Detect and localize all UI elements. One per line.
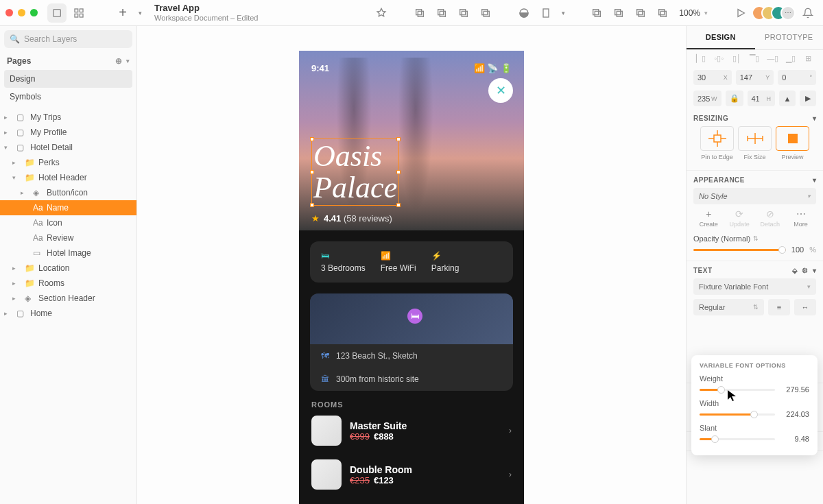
layer-row[interactable]: ▸📁Perks	[0, 155, 136, 170]
landmark-icon: 🏛	[321, 374, 329, 384]
panel-layout-list-button[interactable]	[47, 3, 67, 23]
page-item[interactable]: Design	[4, 70, 132, 88]
update-style-button[interactable]: ⟳Update	[724, 208, 755, 228]
layer-row[interactable]: ▾📁Hotel Header	[0, 170, 136, 185]
h-input[interactable]: 41H	[748, 91, 776, 106]
tab-design[interactable]: DESIGN	[687, 26, 755, 49]
collaborator-avatars[interactable]: ⋯	[757, 5, 796, 21]
zoom-control[interactable]: 100% ▾	[679, 8, 708, 18]
letter-spacing-button[interactable]: ↔	[794, 299, 816, 315]
opacity-slider[interactable]	[693, 249, 786, 251]
gear-icon[interactable]: ⚙	[802, 267, 809, 274]
svg-rect-4	[80, 14, 83, 17]
close-window-icon[interactable]	[5, 9, 13, 16]
text-settings-icon[interactable]: ⬙	[792, 267, 798, 274]
flip-h-icon[interactable]: ▲	[779, 91, 796, 106]
map-preview: 🛏	[310, 293, 513, 344]
create-style-button[interactable]: +Create	[693, 208, 724, 228]
room-row[interactable]: Double Room€235€123›	[299, 453, 524, 496]
svg-rect-11	[482, 9, 488, 14]
lock-aspect-icon[interactable]: 🔒	[726, 91, 743, 106]
notifications-icon[interactable]	[798, 3, 818, 23]
group-tool-2-icon[interactable]	[432, 3, 451, 23]
group-tool-icon[interactable]	[410, 3, 429, 23]
add-page-icon[interactable]: ⊕	[115, 56, 122, 66]
resize-fix-button[interactable]: Fix Size	[738, 126, 772, 160]
layer-tool-2-icon[interactable]	[609, 3, 628, 23]
align-center-h-icon[interactable]: ◦▯◦	[711, 54, 726, 63]
svg-rect-14	[543, 9, 549, 17]
layer-tool-4-icon[interactable]	[653, 3, 672, 23]
layer-row[interactable]: AaReview	[0, 230, 136, 245]
x-input[interactable]: 30X	[693, 70, 732, 85]
layer-tool-3-icon[interactable]	[631, 3, 650, 23]
tab-prototype[interactable]: PROTOTYPE	[755, 26, 824, 49]
layer-row[interactable]: ▸▢Home	[0, 306, 136, 321]
vf-slider[interactable]	[700, 389, 775, 391]
search-placeholder: Search Layers	[24, 34, 77, 44]
detach-style-button[interactable]: ⊘Detach	[755, 208, 786, 228]
resize-preview-button[interactable]: Preview	[776, 126, 809, 160]
search-layers-input[interactable]: 🔍 Search Layers	[4, 30, 132, 48]
align-top-icon[interactable]: ▔▯	[747, 54, 762, 63]
close-button[interactable]: ✕	[488, 78, 513, 103]
perks-card: 🛏3 Bedrooms📶Free WiFi⚡Parking	[310, 241, 513, 283]
layer-row[interactable]: ▸📁Rooms	[0, 276, 136, 291]
layer-row[interactable]: ▸◈Button/icon	[0, 185, 136, 200]
crop-dropdown-icon[interactable]: ▾	[558, 3, 568, 23]
svg-rect-15	[593, 9, 599, 14]
inspector-panel: DESIGN PROTOTYPE ▏▯ ◦▯◦ ▯│ ▔▯ —▯ ▁▯ ⊞ 30…	[686, 26, 823, 504]
y-input[interactable]: 147Y	[736, 70, 774, 85]
layer-row[interactable]: AaIcon	[0, 215, 136, 230]
align-bottom-icon[interactable]: ▁▯	[783, 54, 798, 63]
minimize-window-icon[interactable]	[18, 9, 25, 16]
opacity-value: 100	[791, 245, 804, 254]
canvas[interactable]: 9:41 📶 📡 🔋 ✕ OasisPalace ★	[137, 26, 686, 504]
chevron-down-icon[interactable]: ▾	[813, 267, 817, 274]
layer-row[interactable]: ▸▢My Profile	[0, 125, 136, 140]
panel-layout-grid-button[interactable]	[69, 3, 88, 23]
resize-pin-button[interactable]: Pin to Edge	[700, 126, 734, 160]
maximize-window-icon[interactable]	[30, 9, 38, 16]
layer-row[interactable]: ▸▢My Trips	[0, 110, 136, 125]
play-preview-button[interactable]	[731, 3, 750, 23]
vf-slider[interactable]	[700, 413, 775, 416]
insert-button[interactable]: +	[113, 3, 132, 23]
font-weight-select[interactable]: Regular⇅	[693, 299, 764, 315]
align-middle-icon[interactable]: —▯	[765, 54, 780, 63]
chevron-down-icon[interactable]: ▾	[126, 58, 130, 64]
font-family-select[interactable]: Fixture Variable Font▾	[693, 278, 816, 295]
crop-tool-icon[interactable]	[536, 3, 556, 23]
layer-row[interactable]: AaName	[0, 200, 136, 215]
distribute-icon[interactable]: ⊞	[801, 54, 816, 63]
mask-tool-icon[interactable]	[514, 3, 534, 23]
room-row[interactable]: Master Suite€999€888›	[299, 409, 524, 453]
flip-v-icon[interactable]: ▶	[800, 91, 816, 106]
layer-row[interactable]: ▭Hotel Image	[0, 245, 136, 261]
align-v-icon[interactable]: ▯│	[729, 54, 744, 63]
svg-rect-2	[80, 9, 83, 12]
style-select[interactable]: No Style▾	[693, 188, 816, 204]
left-panel: 🔍 Search Layers Pages ⊕ ▾ DesignSymbols …	[0, 26, 137, 504]
opacity-dropdown-icon[interactable]: ⇅	[753, 235, 759, 242]
layer-tool-1-icon[interactable]	[587, 3, 606, 23]
insert-dropdown[interactable]: ▾	[135, 3, 145, 23]
page-item[interactable]: Symbols	[0, 88, 136, 106]
group-tool-4-icon[interactable]	[476, 3, 495, 23]
more-style-button[interactable]: ⋯More	[785, 208, 816, 228]
align-left-icon[interactable]: ▏▯	[693, 54, 708, 63]
chevron-down-icon[interactable]: ▾	[813, 115, 817, 122]
avatar-more: ⋯	[780, 5, 796, 21]
layer-row[interactable]: ▸📁Location	[0, 261, 136, 276]
selected-text-layer[interactable]: OasisPalace	[311, 139, 399, 206]
line-height-button[interactable]: ≡	[768, 299, 790, 315]
layer-row[interactable]: ▸◈Section Header	[0, 291, 136, 306]
w-input[interactable]: 235W	[693, 91, 721, 106]
group-tool-3-icon[interactable]	[454, 3, 473, 23]
layer-tree: ▸▢My Trips▸▢My Profile▾▢Hotel Detail▸📁Pe…	[0, 106, 136, 504]
chevron-down-icon[interactable]: ▾	[813, 176, 817, 184]
vf-slider[interactable]	[700, 438, 775, 440]
layer-row[interactable]: ▾▢Hotel Detail	[0, 140, 136, 155]
symbol-tool-icon[interactable]	[372, 3, 391, 23]
rotation-input[interactable]: 0°	[778, 70, 816, 85]
